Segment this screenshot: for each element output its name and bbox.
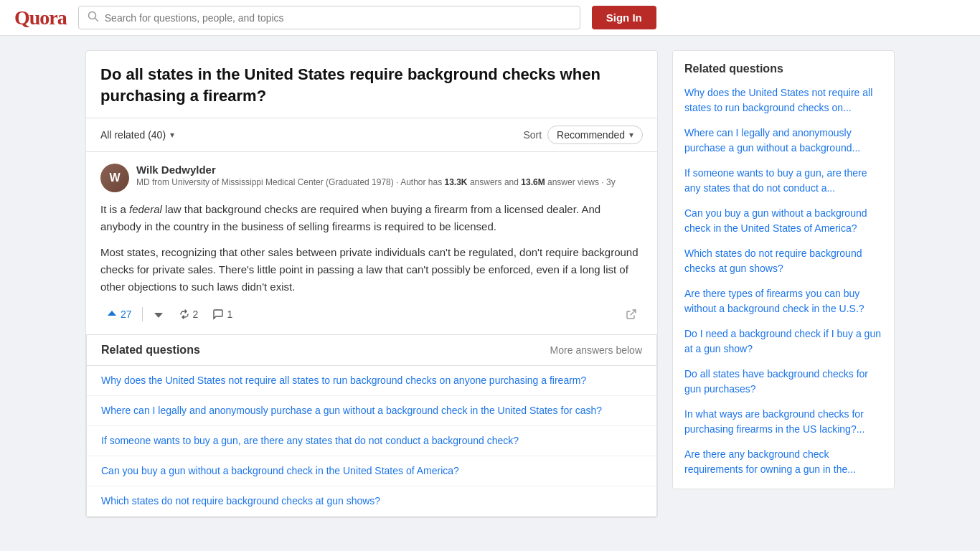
avatar[interactable]: W (100, 164, 129, 192)
share-icon (626, 309, 637, 320)
chevron-down-icon: ▾ (629, 130, 633, 140)
search-icon (88, 11, 99, 24)
sidebar-link-2[interactable]: Where can I legally and anonymously purc… (684, 126, 882, 156)
sidebar-link-7[interactable]: Do I need a background check if I buy a … (684, 326, 882, 357)
question-card: Do all states in the United States requi… (85, 50, 658, 518)
related-link-3[interactable]: If someone wants to buy a gun, are there… (101, 435, 519, 446)
share-button[interactable] (620, 306, 643, 323)
sidebar: Related questions Why does the United St… (672, 50, 895, 489)
upvote-icon (106, 309, 118, 320)
related-link-2[interactable]: Where can I legally and anonymously purc… (101, 405, 602, 416)
sidebar-link-8[interactable]: Do all states have background checks for… (684, 367, 882, 397)
downvote-icon (153, 309, 164, 320)
question-title: Do all states in the United States requi… (86, 51, 657, 118)
reshare-button[interactable]: 2 (173, 306, 204, 323)
search-input[interactable] (105, 12, 571, 24)
sort-dropdown[interactable]: Recommended ▾ (547, 126, 643, 144)
comment-icon (212, 309, 224, 320)
search-bar (78, 6, 580, 29)
header: Quora Sign In (0, 0, 980, 36)
sidebar-link-4[interactable]: Can you buy a gun without a background c… (684, 206, 882, 236)
chevron-down-icon: ▾ (170, 130, 174, 140)
list-item: If someone wants to buy a gun, are there… (87, 426, 656, 456)
answer-item: W Wilk Dedwylder MD from University of M… (86, 152, 657, 335)
answer-actions: 27 2 (100, 306, 643, 323)
author-row: W Wilk Dedwylder MD from University of M… (100, 164, 643, 192)
related-header-row: Related questions More answers below (87, 335, 656, 366)
list-item: Where can I legally and anonymously purc… (87, 396, 656, 426)
all-related-dropdown[interactable]: All related (40) ▾ (100, 129, 174, 141)
related-title-main: Related questions (101, 344, 200, 357)
author-name[interactable]: Wilk Dedwylder (136, 164, 643, 176)
logo[interactable]: Quora (14, 6, 67, 29)
list-item: Which states do not require background c… (87, 486, 656, 517)
divider (142, 307, 143, 321)
sidebar-link-3[interactable]: If someone wants to buy a gun, are there… (684, 166, 882, 196)
more-answers-label: More answers below (550, 344, 642, 356)
sidebar-link-6[interactable]: Are there types of firearms you can buy … (684, 286, 882, 316)
upvote-button[interactable]: 27 (100, 306, 138, 323)
downvote-button[interactable] (147, 306, 170, 323)
sign-in-button[interactable]: Sign In (592, 6, 656, 29)
list-item: Why does the United States not require a… (87, 366, 656, 396)
answer-text: It is a federal law that background chec… (100, 201, 643, 296)
related-in-main: Related questions More answers below Why… (86, 335, 657, 517)
reshare-icon (179, 309, 190, 320)
author-meta: MD from University of Mississippi Medica… (136, 176, 643, 189)
related-link-5[interactable]: Which states do not require background c… (101, 495, 380, 507)
related-link-1[interactable]: Why does the United States not require a… (101, 375, 586, 386)
list-item: Can you buy a gun without a background c… (87, 456, 656, 486)
avatar-image: W (100, 164, 129, 192)
comment-button[interactable]: 1 (207, 306, 238, 323)
svg-line-1 (95, 19, 98, 22)
sort-area: Sort Recommended ▾ (523, 126, 643, 144)
sidebar-link-10[interactable]: Are there any background check requireme… (684, 447, 882, 477)
sort-label: Sort (523, 129, 542, 141)
main-column: Do all states in the United States requi… (85, 50, 658, 518)
sidebar-link-1[interactable]: Why does the United States not require a… (684, 85, 882, 116)
all-related-label: All related (40) (100, 129, 166, 141)
sidebar-link-5[interactable]: Which states do not require background c… (684, 246, 882, 276)
sort-value: Recommended (557, 129, 625, 141)
author-info: Wilk Dedwylder MD from University of Mis… (136, 164, 643, 189)
sidebar-link-9[interactable]: In what ways are background checks for p… (684, 407, 882, 437)
related-link-4[interactable]: Can you buy a gun without a background c… (101, 465, 459, 476)
sidebar-title: Related questions (684, 62, 882, 75)
answers-header: All related (40) ▾ Sort Recommended ▾ (86, 118, 657, 152)
sidebar-card: Related questions Why does the United St… (672, 50, 895, 489)
page-content: Do all states in the United States requi… (74, 36, 906, 532)
